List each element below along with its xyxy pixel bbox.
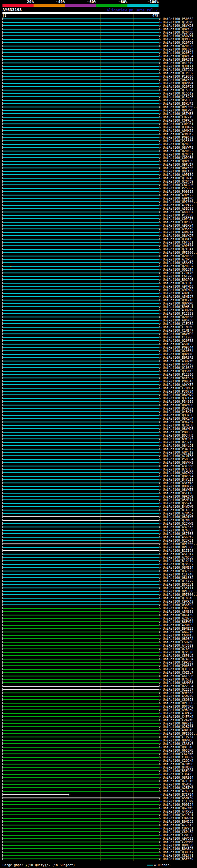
hit-bar [3,425,159,426]
hit-bar [3,428,159,429]
hit-bar [3,161,159,162]
alignment-start-tick-icon [2,79,3,81]
alignment-start-tick-icon [2,129,3,132]
alignment-start-tick-icon [2,427,3,430]
hit-bar [3,794,69,795]
hit-bar [3,808,159,809]
subject-extends-arrow-icon: ▷ [159,782,161,786]
alignment-start-tick-icon [2,732,3,735]
alignment-start-tick-icon [2,630,3,633]
alignment-start-tick-icon [2,448,3,450]
ruler-end-label: 479| [152,14,160,17]
scale-unit-label: =100char. [154,863,171,867]
hit-bar [3,283,159,284]
alignment-start-tick-icon [2,820,3,823]
hit-bar [3,45,159,46]
subject-extends-arrow-icon: ▷ [159,200,161,203]
subject-extends-arrow-icon: ▷ [159,721,161,725]
hit-bar [3,757,159,758]
subject-extends-arrow-icon: ▷ [159,748,161,752]
hit-bar [3,486,159,487]
score-dash-icon [160,808,162,809]
alignment-start-tick-icon [2,441,3,443]
hit-bar [3,520,159,521]
alignment-start-tick-icon [2,813,3,816]
subject-extends-arrow-icon: ▷ [159,484,161,488]
alignment-start-tick-icon [2,58,3,61]
alignment-start-tick-icon [2,539,3,541]
hit-bar [3,39,159,40]
alignment-start-tick-icon [2,261,3,264]
alignment-start-tick-icon [2,377,3,379]
alignment-start-tick-icon [2,522,3,525]
subject-extends-arrow-icon: ▷ [159,477,161,481]
score-dash-icon [160,835,162,836]
score-dash-icon [160,36,162,36]
hit-bar [3,645,159,646]
hit-bar [3,141,159,141]
hit-bar [3,699,159,700]
identity-scale-label: ~40% [43,0,65,4]
alignment-start-tick-icon [2,146,3,149]
hit-bar [3,743,159,744]
hit-bar [3,56,159,57]
alignment-start-tick-icon [2,678,3,680]
score-dash-icon [160,578,162,578]
subject-extends-arrow-icon: ▷ [159,390,161,393]
alignment-start-tick-icon [2,119,3,122]
score-dash-icon [160,286,162,287]
hit-bar [3,191,159,192]
alignment-start-tick-icon [2,695,3,698]
alignment-start-tick-icon [2,519,3,521]
score-dash-icon [160,151,162,152]
hit-bar [3,513,159,514]
alignment-start-tick-icon [2,654,3,657]
alignment-start-tick-icon [2,807,3,809]
subject-extends-arrow-icon: ▷ [159,688,161,691]
alignment-start-tick-icon [2,312,3,315]
hit-bar [3,306,159,307]
hit-bar [3,76,159,77]
subject-extends-arrow-icon: ▷ [159,119,161,122]
alignment-start-tick-icon [2,319,3,321]
score-dash-icon [160,83,162,84]
score-dash-icon [160,795,162,795]
score-dash-icon [160,246,162,246]
hit-bar [3,655,159,656]
alignment-start-tick-icon [2,373,3,376]
score-dash-icon [160,747,162,748]
score-dash-icon [160,158,162,158]
alignment-start-tick-icon [2,614,3,616]
hit-bar [3,554,159,555]
score-dash-icon [160,29,162,30]
alignment-start-tick-icon [2,722,3,724]
alignment-start-tick-icon [2,366,3,369]
subject-extends-arrow-icon: ▷ [159,850,161,854]
score-dash-icon [160,225,162,226]
score-dash-icon [160,124,162,124]
score-dash-icon [160,673,162,673]
alignment-start-tick-icon [2,197,3,199]
subject-extends-arrow-icon: ▷ [159,213,161,217]
alignment-start-tick-icon [2,184,3,186]
alignment-start-tick-icon [2,285,3,287]
alignment-start-tick-icon [2,241,3,244]
hit-bar [3,19,159,20]
alignment-start-tick-icon [2,221,3,223]
alignment-start-tick-icon [2,438,3,440]
alignment-overview: 20%~40%~60%~80%~100% AY633193 AlignView.… [0,0,197,868]
hit-bar [3,635,159,636]
hit-bar [3,740,159,741]
alignment-start-tick-icon [2,559,3,562]
alignment-start-tick-icon [2,299,3,301]
alignment-start-tick-icon [2,48,3,51]
alignment-start-tick-icon [2,532,3,535]
alignment-start-tick-icon [2,577,3,579]
alignment-start-tick-icon [2,360,3,362]
subject-extends-arrow-icon: ▷ [159,335,161,339]
score-dash-icon [160,598,162,598]
hit-bar [3,628,159,629]
subject-extends-arrow-icon: ▷ [159,471,161,474]
subject-extends-arrow-icon: ▷ [159,376,161,379]
hit-bar [3,296,159,297]
